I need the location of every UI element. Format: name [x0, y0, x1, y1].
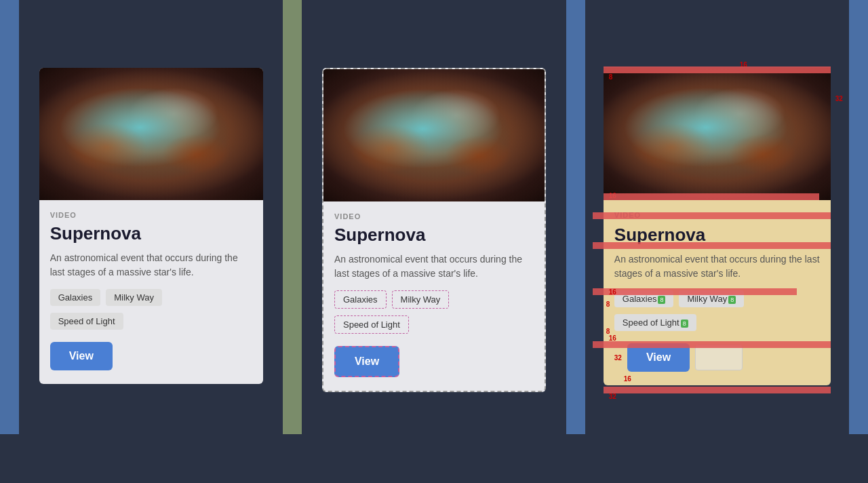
tag-galaxies-middle: Galaxies	[334, 290, 387, 309]
card-left-image	[39, 68, 263, 200]
badge-8-speed: 8	[681, 320, 688, 328]
num-32-bottom: 32	[609, 393, 616, 400]
card-left-tags: Galaxies Milky Way	[50, 289, 252, 306]
card-left-type: VIDEO	[50, 211, 252, 219]
bar-image-bottom	[604, 193, 819, 200]
num-16-btn: 16	[624, 375, 631, 383]
right-rail-right	[849, 0, 868, 434]
card-right-body: 16 VIDEO Supernova An astronomical event…	[604, 200, 831, 385]
card-middle-tags-row2: Speed of Light	[334, 315, 534, 334]
right-rail-left	[566, 0, 585, 434]
card-left-tags-row2: Speed of Light	[50, 313, 252, 330]
card-left-title: Supernova	[50, 223, 252, 244]
num-32-btn: 32	[614, 354, 622, 362]
bar-top	[604, 66, 831, 73]
card-middle-type: VIDEO	[334, 212, 534, 220]
placeholder-box	[695, 345, 743, 370]
tag-speedoflight-middle: Speed of Light	[334, 315, 409, 334]
tag-galaxies-left: Galaxies	[50, 289, 101, 306]
card-right: 16 8 32 16 VIDEO Supernova	[604, 68, 831, 385]
badge-8-milkyway: 8	[728, 296, 736, 304]
view-button-left[interactable]: View	[50, 342, 113, 370]
card-left: VIDEO Supernova An astronomical event th…	[39, 68, 263, 384]
tag-milkyway-left: Milky Way	[106, 289, 162, 306]
view-button-middle[interactable]: View	[334, 346, 399, 377]
left-rail	[0, 0, 19, 434]
card-middle: VIDEO Supernova An astronomical event th…	[322, 68, 546, 392]
card-right-description: An astronomical event that occurs during…	[614, 252, 820, 281]
card-middle-title: Supernova	[334, 225, 534, 246]
tag-milkyway-middle: Milky Way	[392, 290, 450, 309]
num-8-1: 8	[609, 73, 613, 81]
card-middle-body: VIDEO Supernova An astronomical event th…	[323, 201, 545, 391]
card-middle-tags: Galaxies Milky Way	[334, 290, 534, 309]
card-left-body: VIDEO Supernova An astronomical event th…	[39, 200, 263, 384]
bar-after-desc	[593, 288, 797, 295]
card-left-description: An astronomical event that occurs during…	[50, 251, 252, 279]
num-8-tags: 8	[606, 301, 610, 308]
tag-speedoflight-right: Speed of Light8	[614, 314, 696, 331]
card-middle-image	[323, 69, 545, 201]
page-container: VIDEO Supernova An astronomical event th…	[0, 0, 868, 483]
bar-after-title	[593, 242, 831, 249]
middle-rail	[283, 0, 302, 434]
bar-after-type	[593, 212, 831, 219]
badge-8-galaxies: 8	[658, 296, 665, 304]
card-right-image	[604, 68, 831, 200]
bar-after-speed	[593, 341, 831, 348]
num-32-right: 32	[835, 95, 843, 102]
bar-bottom	[604, 387, 831, 393]
num-16-desc: 16	[609, 288, 616, 296]
num-16-speed: 16	[609, 334, 616, 342]
card-right-tags-row2: Speed of Light8	[614, 314, 820, 331]
tag-speedoflight-left: Speed of Light	[50, 313, 123, 330]
card-middle-description: An astronomical event that occurs during…	[334, 252, 534, 281]
